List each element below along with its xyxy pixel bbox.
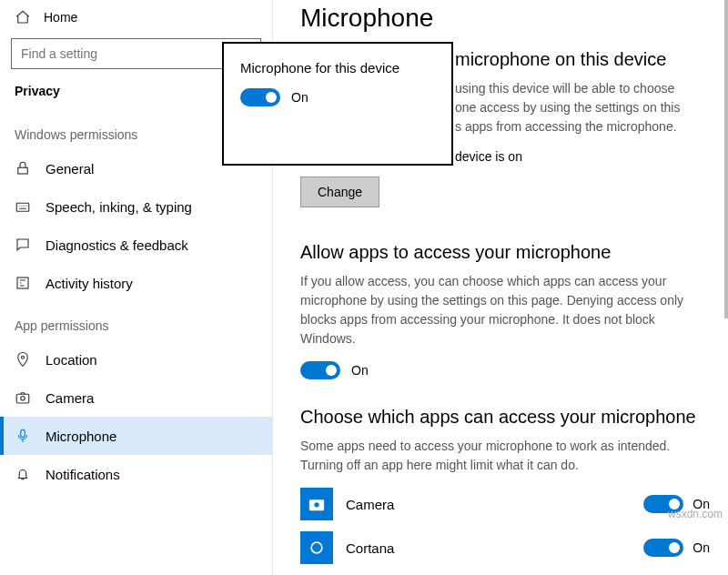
popup-title: Microphone for this device <box>240 60 435 76</box>
sidebar-item-label: Camera <box>46 390 94 406</box>
sidebar-item-label: Speech, inking, & typing <box>46 199 192 215</box>
home-label: Home <box>44 10 77 25</box>
svg-rect-1 <box>16 203 29 211</box>
app-cortana-icon <box>300 531 333 564</box>
svg-rect-2 <box>17 277 28 288</box>
sidebar-item-label: Diagnostics & feedback <box>46 237 188 253</box>
location-icon <box>15 351 31 368</box>
sidebar-item-microphone[interactable]: Microphone <box>0 417 272 455</box>
section3-desc: Some apps need to access your microphone… <box>300 437 701 475</box>
keyboard-icon <box>15 198 31 215</box>
sidebar-item-label: Microphone <box>46 429 116 444</box>
activity-icon <box>15 275 31 291</box>
app-cortana-toggle[interactable] <box>643 539 683 557</box>
microphone-icon <box>15 428 31 444</box>
apps-access-toggle[interactable] <box>300 361 340 379</box>
svg-rect-0 <box>18 167 28 174</box>
app-row-cortana: Cortana On <box>300 531 710 564</box>
sidebar-item-label: Activity history <box>46 276 133 291</box>
sidebar-item-label: Notifications <box>46 467 120 482</box>
page-title: Microphone <box>300 4 710 33</box>
microphone-device-popup: Microphone for this device On <box>222 42 453 166</box>
sidebar-item-notifications[interactable]: Notifications <box>0 455 272 493</box>
bell-icon <box>15 466 31 482</box>
watermark: wsxdn.com <box>668 508 723 520</box>
svg-point-9 <box>311 542 322 553</box>
home-icon <box>15 9 31 25</box>
svg-point-8 <box>314 502 320 509</box>
section1-status: device is on <box>455 149 710 164</box>
section1-title: microphone on this device <box>455 49 710 70</box>
change-button[interactable]: Change <box>300 177 379 207</box>
sidebar-item-camera[interactable]: Camera <box>0 378 272 417</box>
section3-title: Choose which apps can access your microp… <box>300 407 710 428</box>
section2-title: Allow apps to access your microphone <box>300 242 710 263</box>
sidebar-item-location[interactable]: Location <box>0 340 272 378</box>
svg-rect-6 <box>21 429 25 437</box>
app-row-camera: Camera On <box>300 488 710 520</box>
section-app-permissions: App permissions <box>0 302 272 340</box>
sidebar-item-label: Location <box>46 352 97 368</box>
sidebar-item-diagnostics[interactable]: Diagnostics & feedback <box>0 226 272 264</box>
camera-icon <box>15 389 31 406</box>
popup-device-toggle[interactable] <box>240 88 280 106</box>
app-name: Cortana <box>346 540 615 556</box>
section1-desc: using this device will be able to choose… <box>455 79 710 136</box>
scrollbar[interactable] <box>724 0 728 318</box>
apps-access-state: On <box>351 363 369 378</box>
lock-icon <box>15 160 31 177</box>
svg-rect-4 <box>16 394 29 403</box>
sidebar-item-speech[interactable]: Speech, inking, & typing <box>0 187 272 226</box>
sidebar-item-label: General <box>46 161 94 177</box>
sidebar-item-activity[interactable]: Activity history <box>0 264 272 302</box>
feedback-icon <box>15 237 31 253</box>
app-camera-icon <box>300 488 333 520</box>
popup-device-state: On <box>291 90 308 105</box>
app-name: Camera <box>346 497 615 512</box>
svg-point-5 <box>21 397 25 401</box>
app-cortana-state: On <box>693 540 710 555</box>
section2-desc: If you allow access, you can choose whic… <box>300 272 701 348</box>
sidebar-home[interactable]: Home <box>0 0 272 35</box>
svg-point-3 <box>22 356 25 358</box>
